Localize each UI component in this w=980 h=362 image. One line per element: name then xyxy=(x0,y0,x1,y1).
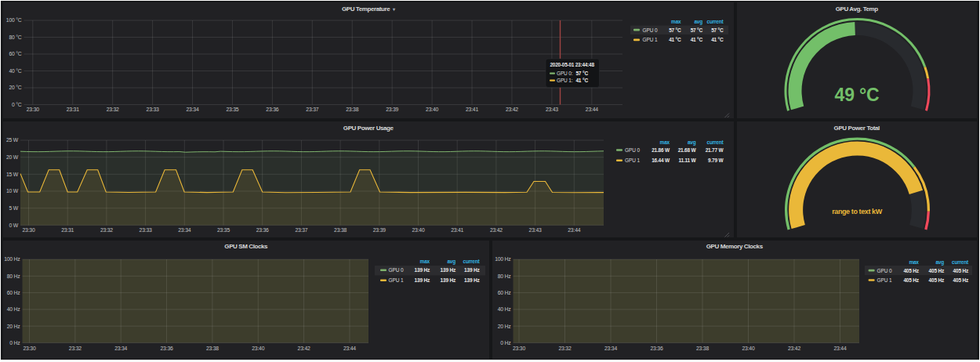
svg-text:57 °C: 57 °C xyxy=(575,71,588,76)
svg-text:current: current xyxy=(707,19,724,24)
svg-text:23:34: 23:34 xyxy=(178,227,191,233)
svg-text:max: max xyxy=(671,19,681,24)
svg-text:23:34: 23:34 xyxy=(114,345,127,350)
svg-text:80 °C: 80 °C xyxy=(9,34,21,40)
svg-text:23:30: 23:30 xyxy=(22,227,34,233)
svg-text:23:42: 23:42 xyxy=(506,107,518,112)
svg-text:23:34: 23:34 xyxy=(187,107,199,112)
svg-text:0 Hz: 0 Hz xyxy=(500,339,511,345)
svg-text:GPU 1: GPU 1 xyxy=(625,157,640,163)
svg-text:23:38: 23:38 xyxy=(206,345,219,350)
svg-text:max: max xyxy=(909,259,919,264)
svg-text:23:37: 23:37 xyxy=(306,107,318,112)
svg-text:GPU 0: GPU 0 xyxy=(625,147,640,153)
svg-text:23:38: 23:38 xyxy=(346,107,358,112)
svg-text:23:33: 23:33 xyxy=(140,227,152,233)
svg-text:23:43: 23:43 xyxy=(546,107,558,112)
svg-text:current: current xyxy=(952,259,969,264)
svg-text:100 Hz: 100 Hz xyxy=(495,256,511,262)
svg-text:80 Hz: 80 Hz xyxy=(7,273,21,278)
svg-text:23:44: 23:44 xyxy=(586,107,598,112)
svg-text:23:38: 23:38 xyxy=(695,345,708,350)
svg-text:57 °C: 57 °C xyxy=(711,27,724,33)
svg-text:avg: avg xyxy=(688,139,696,146)
svg-text:21.77 W: 21.77 W xyxy=(706,147,724,153)
svg-text:23:40: 23:40 xyxy=(252,345,264,350)
svg-text:0 Hz: 0 Hz xyxy=(9,339,20,345)
svg-text:GPU 1: GPU 1 xyxy=(643,37,658,42)
svg-text:GPU 0: GPU 0 xyxy=(389,267,404,273)
svg-text:60 °C: 60 °C xyxy=(9,51,21,56)
svg-text:23:36: 23:36 xyxy=(266,107,278,112)
svg-text:23:36: 23:36 xyxy=(256,227,269,233)
svg-text:60 Hz: 60 Hz xyxy=(7,290,21,295)
svg-text:15 W: 15 W xyxy=(6,172,19,177)
svg-text:23:30: 23:30 xyxy=(23,345,35,350)
svg-text:23:44: 23:44 xyxy=(568,227,580,233)
svg-text:GPU 1: GPU 1 xyxy=(389,277,404,283)
svg-text:139 Hz: 139 Hz xyxy=(464,267,480,273)
svg-text:57 °C: 57 °C xyxy=(691,27,703,33)
svg-text:23:41: 23:41 xyxy=(466,107,478,112)
svg-text:23:42: 23:42 xyxy=(787,345,800,350)
svg-text:40 °C: 40 °C xyxy=(9,68,21,74)
svg-text:139 Hz: 139 Hz xyxy=(441,267,456,273)
svg-text:41 °C: 41 °C xyxy=(575,78,588,83)
svg-text:23:42: 23:42 xyxy=(298,345,310,350)
svg-text:23:32: 23:32 xyxy=(107,107,119,112)
svg-text:40 Hz: 40 Hz xyxy=(7,306,21,312)
svg-text:405 Hz: 405 Hz xyxy=(903,267,919,273)
svg-text:23:44: 23:44 xyxy=(833,345,846,350)
svg-text:23:38: 23:38 xyxy=(334,227,347,233)
svg-text:23:31: 23:31 xyxy=(61,227,74,233)
svg-text:23:32: 23:32 xyxy=(69,345,82,350)
svg-text:GPU 1: GPU 1 xyxy=(877,277,891,283)
svg-text:max: max xyxy=(660,139,670,145)
svg-text:40 Hz: 40 Hz xyxy=(497,306,511,312)
svg-text:23:32: 23:32 xyxy=(558,345,571,350)
svg-text:23:34: 23:34 xyxy=(604,345,616,350)
svg-text:11.11 W: 11.11 W xyxy=(678,157,696,163)
svg-text:16.44 W: 16.44 W xyxy=(652,157,670,163)
svg-text:5 W: 5 W xyxy=(9,205,19,211)
svg-text:0 W: 0 W xyxy=(9,223,19,228)
svg-text:23:44: 23:44 xyxy=(343,345,356,350)
svg-text:57 °C: 57 °C xyxy=(669,27,681,33)
svg-text:60 Hz: 60 Hz xyxy=(497,290,511,295)
svg-text:80 Hz: 80 Hz xyxy=(497,273,511,278)
svg-text:0 °C: 0 °C xyxy=(12,102,22,107)
svg-text:10 W: 10 W xyxy=(6,188,19,194)
svg-text:139 Hz: 139 Hz xyxy=(464,277,480,283)
svg-text:139 Hz: 139 Hz xyxy=(415,267,430,273)
svg-text:23:33: 23:33 xyxy=(147,107,159,112)
svg-text:41 °C: 41 °C xyxy=(691,37,703,42)
svg-text:avg: avg xyxy=(694,19,702,25)
svg-text:GPU 0:: GPU 0: xyxy=(557,71,573,76)
svg-text:21.86 W: 21.86 W xyxy=(652,147,670,153)
svg-text:GPU 1:: GPU 1: xyxy=(557,78,573,83)
svg-text:405 Hz: 405 Hz xyxy=(953,267,968,273)
svg-text:avg: avg xyxy=(447,259,456,265)
svg-text:23:32: 23:32 xyxy=(100,227,113,233)
svg-text:23:40: 23:40 xyxy=(412,227,424,233)
svg-text:20 Hz: 20 Hz xyxy=(7,323,21,328)
svg-text:41 °C: 41 °C xyxy=(711,37,724,42)
svg-text:9.79 W: 9.79 W xyxy=(708,157,724,163)
svg-text:405 Hz: 405 Hz xyxy=(953,277,968,283)
svg-text:avg: avg xyxy=(935,259,944,265)
svg-text:2020-05-01 23:44:48: 2020-05-01 23:44:48 xyxy=(550,62,595,67)
svg-text:current: current xyxy=(707,139,724,145)
svg-text:20 W: 20 W xyxy=(6,154,19,160)
svg-text:25 W: 25 W xyxy=(6,137,19,143)
svg-text:23:36: 23:36 xyxy=(161,345,173,350)
svg-text:21.68 W: 21.68 W xyxy=(678,147,697,153)
svg-text:23:30: 23:30 xyxy=(512,345,524,350)
svg-text:100 Hz: 100 Hz xyxy=(4,256,20,262)
svg-text:23:42: 23:42 xyxy=(490,227,503,233)
svg-text:20 °C: 20 °C xyxy=(9,85,21,90)
svg-text:23:35: 23:35 xyxy=(217,227,230,233)
svg-text:23:39: 23:39 xyxy=(373,227,386,233)
svg-text:23:41: 23:41 xyxy=(451,227,463,233)
svg-text:max: max xyxy=(420,259,430,264)
svg-text:23:40: 23:40 xyxy=(742,345,754,350)
